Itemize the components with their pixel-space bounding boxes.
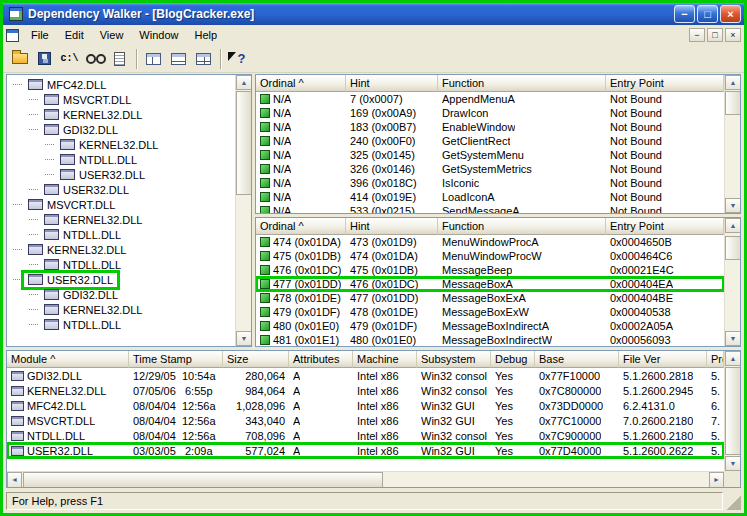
export-row[interactable]: 476 (0x01DC)475 (0x01DB)MessageBeep0x000… — [256, 263, 724, 277]
column-header-file-ver[interactable]: File Ver — [619, 351, 707, 368]
resize-grip[interactable] — [726, 492, 741, 510]
tree-item-kernel32-dll[interactable]: KERNEL32.DLL — [41, 304, 146, 316]
tree-item-ntdll-dll[interactable]: NTDLL.DLL — [57, 154, 140, 166]
module-row[interactable]: KERNEL32.DLL07/05/06 6:55p984,064AIntel … — [7, 383, 724, 398]
column-header-hint[interactable]: Hint — [346, 218, 438, 235]
column-header-time-stamp[interactable]: Time Stamp — [129, 351, 223, 368]
export-row[interactable]: 475 (0x01DB)474 (0x01DA)MenuWindowProcW0… — [256, 249, 724, 263]
scroll-up-button[interactable]: ▲ — [236, 75, 252, 90]
export-row[interactable]: 480 (0x01E0)479 (0x01DF)MessageBoxIndire… — [256, 319, 724, 333]
tree-item-mfc42-dll[interactable]: MFC42.DLL — [25, 79, 109, 91]
menu-item-view[interactable]: View — [92, 27, 132, 43]
minimize-button[interactable]: − — [674, 5, 695, 23]
toggle-lists-pane-button[interactable] — [166, 47, 191, 71]
tree-item-msvcrt-dll[interactable]: MSVCRT.DLL — [25, 199, 118, 211]
column-header-module[interactable]: Module ^ — [7, 351, 129, 368]
horizontal-scrollbar[interactable]: ◄► — [7, 471, 724, 487]
tree-item-user32-dll[interactable]: USER32.DLL — [57, 169, 148, 181]
vertical-scrollbar[interactable]: ▲▼ — [235, 75, 251, 346]
export-row[interactable]: 479 (0x01DF)478 (0x01DE)MessageBoxExW0x0… — [256, 305, 724, 319]
column-header-ordinal[interactable]: Ordinal ^ — [256, 75, 346, 92]
close-button[interactable]: × — [720, 5, 741, 23]
export-row[interactable]: 477 (0x01DD)476 (0x01DC)MessageBoxA0x000… — [256, 277, 724, 291]
scroll-up-button[interactable]: ▲ — [725, 75, 741, 90]
tree-item-gdi32-dll[interactable]: GDI32.DLL — [41, 289, 121, 301]
import-row[interactable]: N/A7 (0x0007)AppendMenuANot Bound — [256, 92, 724, 106]
scrollbar-thumb[interactable] — [23, 472, 383, 488]
column-header-entry-point[interactable]: Entry Point — [606, 75, 724, 92]
tree-item-ntdll-dll[interactable]: NTDLL.DLL — [41, 259, 124, 271]
import-row[interactable]: N/A169 (0x00A9)DrawIconNot Bound — [256, 106, 724, 120]
scrollbar-thumb[interactable] — [725, 236, 741, 260]
scroll-down-button[interactable]: ▼ — [725, 456, 741, 471]
import-row[interactable]: N/A183 (0x00B7)EnableWindowNot Bound — [256, 120, 724, 134]
menu-item-edit[interactable]: Edit — [57, 27, 92, 43]
tree-item-kernel32-dll[interactable]: KERNEL32.DLL — [41, 214, 146, 226]
vertical-scrollbar[interactable]: ▲▼ — [724, 75, 740, 213]
toggle-tree-pane-button[interactable] — [141, 47, 166, 71]
title-bar[interactable]: Dependency Walker - [BlogCracker.exe] − … — [3, 3, 744, 25]
column-header-product-ver[interactable]: Product Ver — [707, 351, 724, 368]
column-header-base[interactable]: Base — [535, 351, 619, 368]
tree-item-kernel32-dll[interactable]: KERNEL32.DLL — [41, 109, 146, 121]
open-button[interactable] — [7, 47, 32, 71]
column-header-debug[interactable]: Debug — [491, 351, 535, 368]
column-header-hint[interactable]: Hint — [346, 75, 438, 92]
scrollbar-thumb[interactable] — [725, 367, 741, 455]
export-row[interactable]: 474 (0x01DA)473 (0x01D9)MenuWindowProcA0… — [256, 235, 724, 249]
export-row[interactable]: 478 (0x01DE)477 (0x01DD)MessageBoxExA0x0… — [256, 291, 724, 305]
module-row[interactable]: MSVCRT.DLL08/04/04 12:56a343,040AIntel x… — [7, 413, 724, 428]
column-header-entry-point[interactable]: Entry Point — [606, 218, 724, 235]
menu-item-help[interactable]: Help — [186, 27, 225, 43]
scroll-right-button[interactable]: ► — [709, 472, 724, 488]
import-row[interactable]: N/A396 (0x018C)IsIconicNot Bound — [256, 176, 724, 190]
scrollbar-thumb[interactable] — [725, 91, 741, 115]
module-row[interactable]: GDI32.DLL12/29/05 10:54a280,064AIntel x8… — [7, 368, 724, 383]
tree-item-user32-dll[interactable]: USER32.DLL — [25, 274, 116, 286]
scrollbar-thumb[interactable] — [236, 91, 252, 195]
import-row[interactable]: N/A325 (0x0145)GetSystemMenuNot Bound — [256, 148, 724, 162]
tree-item-kernel32-dll[interactable]: KERNEL32.DLL — [25, 244, 130, 256]
help-button[interactable]: ? — [225, 47, 250, 71]
column-header-function[interactable]: Function — [438, 218, 606, 235]
tree-item-user32-dll[interactable]: USER32.DLL — [41, 184, 132, 196]
module-row[interactable]: MFC42.DLL08/04/04 12:56a1,028,096AIntel … — [7, 398, 724, 413]
menu-item-window[interactable]: Window — [131, 27, 186, 43]
tree-item-ntdll-dll[interactable]: NTDLL.DLL — [41, 319, 124, 331]
column-header-machine[interactable]: Machine — [353, 351, 417, 368]
scroll-up-button[interactable]: ▲ — [725, 218, 741, 233]
save-button[interactable] — [32, 47, 57, 71]
scroll-down-button[interactable]: ▼ — [236, 331, 252, 346]
import-row[interactable]: N/A326 (0x0146)GetSystemMetricsNot Bound — [256, 162, 724, 176]
column-header-function[interactable]: Function — [438, 75, 606, 92]
menu-item-file[interactable]: File — [23, 27, 57, 43]
export-row[interactable]: 481 (0x01E1)480 (0x01E0)MessageBoxIndire… — [256, 333, 724, 346]
vertical-scrollbar[interactable]: ▲▼ — [724, 218, 740, 346]
child-close-button[interactable]: × — [725, 28, 741, 42]
column-header-size[interactable]: Size — [223, 351, 289, 368]
column-header-ordinal[interactable]: Ordinal ^ — [256, 218, 346, 235]
module-row[interactable]: USER32.DLL03/03/05 2:09a577,024AIntel x8… — [7, 443, 724, 458]
scroll-up-button[interactable]: ▲ — [725, 351, 741, 366]
import-row[interactable]: N/A414 (0x019E)LoadIconANot Bound — [256, 190, 724, 204]
scroll-left-button[interactable]: ◄ — [7, 472, 22, 488]
undecorate-button[interactable] — [82, 47, 107, 71]
child-restore-button[interactable]: □ — [707, 28, 723, 42]
maximize-button[interactable]: □ — [697, 5, 718, 23]
scroll-down-button[interactable]: ▼ — [725, 198, 741, 213]
column-header-attributes[interactable]: Attributes — [289, 351, 353, 368]
tree-item-msvcrt-dll[interactable]: MSVCRT.DLL — [41, 94, 134, 106]
import-row[interactable]: N/A533 (0x0215)SendMessageANot Bound — [256, 204, 724, 213]
tree-item-ntdll-dll[interactable]: NTDLL.DLL — [41, 229, 124, 241]
toggle-log-pane-button[interactable] — [191, 47, 216, 71]
import-row[interactable]: N/A240 (0x00F0)GetClientRectNot Bound — [256, 134, 724, 148]
child-minimize-button[interactable]: − — [689, 28, 705, 42]
tree-item-kernel32-dll[interactable]: KERNEL32.DLL — [57, 139, 162, 151]
full-paths-button[interactable]: c:\ — [57, 47, 82, 71]
module-row[interactable]: NTDLL.DLL08/04/04 12:56a708,096AIntel x8… — [7, 428, 724, 443]
tree-item-gdi32-dll[interactable]: GDI32.DLL — [41, 124, 121, 136]
column-header-subsystem[interactable]: Subsystem — [417, 351, 491, 368]
vertical-scrollbar[interactable]: ▲▼ — [724, 351, 740, 471]
scroll-down-button[interactable]: ▼ — [725, 331, 741, 346]
properties-button[interactable] — [107, 47, 132, 71]
